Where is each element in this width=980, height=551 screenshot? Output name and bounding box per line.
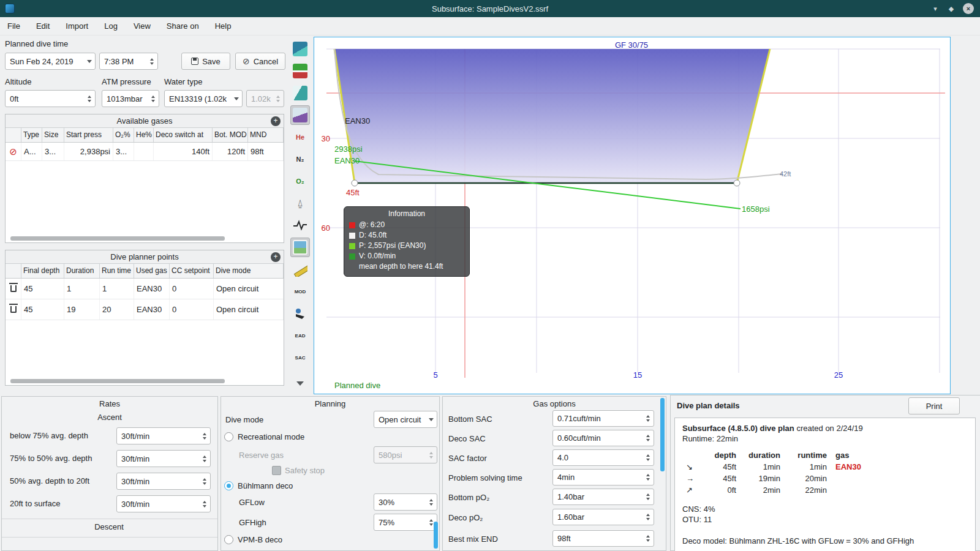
altitude-spinner[interactable]: 0ft <box>5 90 96 107</box>
ascent-rate-20ft-spinner[interactable]: 30ft/min <box>116 473 211 490</box>
delete-point-icon[interactable] <box>6 279 21 299</box>
dive-date-combobox[interactable]: Sun Feb 24, 2019 <box>5 53 96 70</box>
spinner-arrows-icon[interactable] <box>644 450 652 465</box>
mod-icon[interactable]: MOD <box>290 282 310 301</box>
menu-log[interactable]: Log <box>104 21 118 31</box>
gases-col-bot-mod[interactable]: Bot. MOD <box>213 128 248 142</box>
vpmb-deco-radio[interactable] <box>224 535 233 544</box>
points-col-run-time[interactable]: Run time <box>100 264 134 278</box>
point-cc-setpoint-cell[interactable]: 0 <box>170 279 214 299</box>
profile-info-tooltip[interactable]: Information @: 6:20 D: 45.0ft P: 2,557ps… <box>344 206 470 277</box>
point-cc-setpoint-cell[interactable]: 0 <box>170 299 214 320</box>
spinner-arrows-icon[interactable] <box>644 411 652 426</box>
ead-icon[interactable]: EAD <box>290 326 310 345</box>
points-col-final-depth[interactable]: Final depth <box>21 264 64 278</box>
gases-col-type[interactable]: Type <box>21 128 42 142</box>
point-final-depth-cell[interactable]: 45 <box>21 279 64 299</box>
collapse-chevron-icon[interactable] <box>290 373 310 393</box>
points-col-dive-mode[interactable]: Dive mode <box>214 264 284 278</box>
gfhigh-spinner[interactable]: 75% <box>374 514 437 531</box>
gases-col-start-press[interactable]: Start press <box>64 128 113 142</box>
he-graph-icon[interactable]: He <box>290 127 310 147</box>
spinner-arrows-icon[interactable] <box>200 451 208 467</box>
point-dive-mode-cell[interactable]: Open circuit <box>214 279 284 299</box>
gas-type-cell[interactable]: A... <box>21 143 42 160</box>
atm-pressure-spinner[interactable]: 1013mbar <box>102 90 159 107</box>
point-run-time-cell[interactable]: 20 <box>100 299 134 320</box>
problem-solving-time-spinner[interactable]: 4min <box>552 469 654 485</box>
menu-view[interactable]: View <box>134 21 151 31</box>
gflow-spinner[interactable]: 30% <box>374 493 437 511</box>
spinner-arrows-icon[interactable] <box>148 53 156 69</box>
gases-col-mnd[interactable]: MND <box>248 128 284 142</box>
gas-he-cell[interactable] <box>134 143 154 160</box>
spinner-arrows-icon[interactable] <box>644 470 652 485</box>
add-gas-button[interactable]: + <box>271 116 281 126</box>
minimize-icon[interactable]: ▾ <box>930 3 941 14</box>
menu-edit[interactable]: Edit <box>36 21 50 31</box>
gases-col-deco-switch[interactable]: Deco switch at <box>154 128 213 142</box>
menu-import[interactable]: Import <box>66 21 88 31</box>
dive-profile-chart[interactable]: GF 30/75 EAN30 2938psi EAN30 45ft 42ft 1… <box>314 37 951 394</box>
menu-share-on[interactable]: Share on <box>167 21 199 31</box>
spinner-arrows-icon[interactable] <box>200 496 208 512</box>
gas-size-cell[interactable]: 3... <box>42 143 64 160</box>
po2-graph-icon[interactable] <box>290 105 310 125</box>
tissues-icon[interactable] <box>290 83 310 103</box>
spinner-arrows-icon[interactable] <box>427 494 435 510</box>
gas-mnd-cell[interactable]: 98ft <box>248 143 284 160</box>
scuba-tank-icon[interactable] <box>290 304 310 323</box>
heart-rate-icon[interactable] <box>290 216 310 235</box>
point-final-depth-cell[interactable]: 45 <box>21 299 64 320</box>
n2-graph-icon[interactable]: N₂ <box>290 149 310 169</box>
maximize-icon[interactable]: ◆ <box>946 3 957 14</box>
planner-point-row[interactable]: 45 1 1 EAN30 0 Open circuit <box>6 279 284 299</box>
gas-o2-cell[interactable]: 3... <box>113 143 134 160</box>
points-col-duration[interactable]: Duration <box>64 264 100 278</box>
gases-col-o2[interactable]: O₂% <box>113 128 134 142</box>
deco-po2-spinner[interactable]: 1.60bar <box>552 509 654 525</box>
close-icon[interactable]: × <box>963 3 974 14</box>
spinner-arrows-icon[interactable] <box>149 91 157 107</box>
points-col-used-gas[interactable]: Used gas <box>134 264 170 278</box>
gas-start-press-cell[interactable]: 2,938psi <box>64 143 113 160</box>
photos-icon[interactable] <box>290 238 310 257</box>
air-toggle-icon[interactable]: ⍙ <box>290 193 310 213</box>
gases-horizontal-scrollbar[interactable] <box>10 236 225 241</box>
planner-point-row[interactable]: 45 19 20 EAN30 0 Open circuit <box>6 299 284 320</box>
bottom-po2-spinner[interactable]: 1.40bar <box>552 489 654 505</box>
gases-col-he[interactable]: He% <box>134 128 154 142</box>
ruler-icon[interactable] <box>290 260 310 279</box>
spinner-arrows-icon[interactable] <box>644 531 652 546</box>
planning-scrollbar[interactable] <box>434 522 438 549</box>
dive-mode-combobox[interactable]: Open circuit <box>374 411 437 428</box>
gases-col-size[interactable]: Size <box>42 128 64 142</box>
spinner-arrows-icon[interactable] <box>644 509 652 525</box>
planner-point-handle[interactable] <box>352 180 358 186</box>
spinner-arrows-icon[interactable] <box>200 428 208 444</box>
delete-gas-icon[interactable]: ⊘ <box>6 143 21 160</box>
spinner-arrows-icon[interactable] <box>200 473 208 489</box>
menu-help[interactable]: Help <box>215 21 232 31</box>
save-button[interactable]: Save <box>181 53 230 70</box>
planner-point-handle[interactable] <box>734 180 740 186</box>
gas-deco-switch-cell[interactable]: 140ft <box>154 143 213 160</box>
menu-file[interactable]: File <box>7 21 20 31</box>
cancel-button[interactable]: ⊘ Cancel <box>235 53 285 70</box>
points-horizontal-scrollbar[interactable] <box>10 379 225 383</box>
spinner-arrows-icon[interactable] <box>644 489 652 504</box>
water-type-combobox[interactable]: EN13319 (1.02k <box>164 90 243 107</box>
sac-factor-spinner[interactable]: 4.0 <box>552 449 654 466</box>
ascent-rate-75-spinner[interactable]: 30ft/min <box>116 427 211 444</box>
o2-graph-icon[interactable]: O₂ <box>290 171 310 191</box>
calculated-ceiling-icon[interactable] <box>290 61 310 81</box>
dc-ceiling-icon[interactable] <box>290 39 310 59</box>
buhlmann-deco-radio[interactable] <box>224 481 233 490</box>
add-point-button[interactable]: + <box>271 252 281 262</box>
point-used-gas-cell[interactable]: EAN30 <box>134 299 170 320</box>
point-duration-cell[interactable]: 19 <box>64 299 100 320</box>
gas-table-row[interactable]: ⊘ A... 3... 2,938psi 3... 140ft 120ft 98… <box>6 143 284 161</box>
ascent-rate-surface-spinner[interactable]: 30ft/min <box>116 495 211 512</box>
best-mix-end-spinner[interactable]: 98ft <box>552 530 654 547</box>
deco-sac-spinner[interactable]: 0.60cuft/min <box>552 430 654 446</box>
